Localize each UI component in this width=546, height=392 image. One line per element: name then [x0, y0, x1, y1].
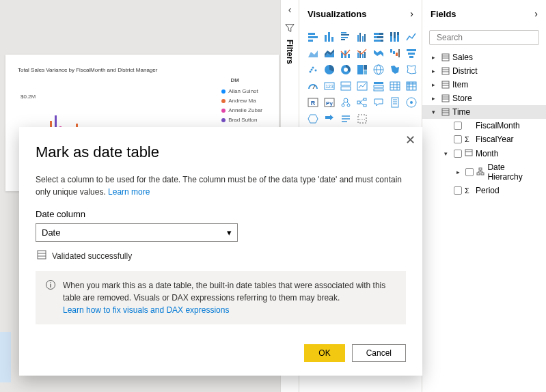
svg-rect-39: [409, 56, 413, 58]
field-label: Period: [476, 186, 500, 195]
svg-rect-6: [341, 32, 346, 33]
qna-icon[interactable]: [372, 96, 385, 109]
cancel-button[interactable]: Cancel: [352, 344, 406, 362]
clustered-bar-icon[interactable]: [339, 30, 353, 44]
legend-item: Andrew Ma: [221, 96, 262, 106]
svg-rect-110: [442, 95, 449, 102]
python-visual-icon[interactable]: Py: [323, 96, 336, 109]
field-table-sales[interactable]: ▸Sales: [422, 51, 546, 64]
field-table-store[interactable]: ▸Store: [422, 92, 546, 105]
decomposition-tree-icon[interactable]: [355, 96, 369, 109]
search-input[interactable]: [437, 33, 539, 42]
field-period[interactable]: ΣPeriod: [422, 184, 546, 197]
power-automate-icon[interactable]: [323, 112, 336, 126]
close-button[interactable]: ✕: [405, 132, 415, 148]
field-table-item[interactable]: ▸Item: [422, 78, 546, 92]
search-box[interactable]: [429, 30, 539, 45]
kpi-icon[interactable]: [355, 79, 369, 93]
chevron-right-icon: ▸: [432, 54, 439, 61]
scatter-icon[interactable]: [306, 63, 320, 76]
svg-point-129: [50, 282, 51, 283]
donut-icon[interactable]: [339, 63, 353, 76]
card-icon[interactable]: 123: [323, 79, 336, 93]
stacked-bar-icon[interactable]: [306, 30, 320, 44]
slicer-icon[interactable]: [372, 79, 385, 93]
checkbox[interactable]: [454, 150, 462, 158]
custom-visual-icon[interactable]: ⋯: [355, 112, 369, 126]
checkbox[interactable]: [454, 122, 462, 130]
info-link[interactable]: Learn how to fix visuals and DAX express…: [63, 305, 229, 315]
viz-panel-header: Visualizations ›: [299, 0, 422, 27]
svg-line-82: [347, 102, 349, 104]
info-icon: [45, 279, 56, 316]
power-apps-icon[interactable]: [306, 112, 320, 126]
svg-rect-32: [364, 52, 366, 58]
svg-rect-118: [479, 168, 482, 170]
arcgis-icon[interactable]: [405, 96, 418, 109]
map-icon[interactable]: [372, 63, 385, 76]
table-icon[interactable]: [388, 79, 402, 93]
svg-rect-28: [348, 54, 350, 58]
gauge-icon[interactable]: [306, 79, 320, 93]
selection-stripe: [0, 332, 11, 382]
line-stacked-column-icon[interactable]: [339, 46, 353, 60]
svg-rect-12: [362, 36, 364, 42]
table-icon: [441, 94, 450, 102]
filled-map-icon[interactable]: [388, 63, 402, 76]
stacked-column-100-icon[interactable]: [388, 30, 402, 44]
key-influencers-icon[interactable]: [339, 96, 353, 109]
date-column-dropdown[interactable]: Date ▾: [36, 223, 238, 242]
expand-filters-icon[interactable]: ‹: [281, 0, 299, 19]
checkbox[interactable]: [454, 186, 462, 195]
line-clustered-column-icon[interactable]: [355, 46, 369, 60]
stacked-bar-100-icon[interactable]: [372, 30, 385, 44]
checkbox[interactable]: [465, 168, 474, 176]
svg-rect-60: [374, 85, 383, 87]
clustered-column-icon[interactable]: [355, 30, 369, 44]
pie-icon[interactable]: [323, 63, 336, 76]
field-fiscalmonth[interactable]: FiscalMonth: [422, 119, 546, 132]
treemap-icon[interactable]: [355, 63, 369, 76]
svg-rect-113: [442, 109, 449, 115]
shape-map-icon[interactable]: [405, 63, 418, 76]
stacked-area-icon[interactable]: [323, 46, 336, 60]
r-visual-icon[interactable]: R: [306, 96, 320, 109]
svg-text:123: 123: [325, 84, 333, 89]
collapse-fields-icon[interactable]: ›: [534, 8, 538, 19]
ribbon-chart-icon[interactable]: [372, 46, 385, 60]
svg-rect-59: [374, 82, 383, 84]
svg-rect-84: [364, 98, 366, 100]
area-chart-icon[interactable]: [306, 46, 320, 60]
collapse-viz-icon[interactable]: ›: [410, 8, 413, 19]
svg-rect-49: [364, 70, 367, 74]
learn-more-link[interactable]: Learn more: [108, 187, 150, 197]
matrix-icon[interactable]: [405, 79, 418, 93]
multi-row-card-icon[interactable]: [339, 79, 353, 93]
chevron-down-icon: ▾: [444, 150, 451, 157]
field-month[interactable]: ▾Month: [422, 146, 546, 160]
field-date-hierarchy[interactable]: ▸Date Hierarchy: [422, 160, 546, 184]
svg-line-81: [343, 102, 344, 104]
ok-button[interactable]: OK: [304, 344, 344, 362]
field-table-time[interactable]: ▾Time: [422, 105, 546, 119]
line-chart-icon[interactable]: [405, 30, 418, 44]
smart-narrative-icon[interactable]: [339, 112, 353, 126]
funnel-icon[interactable]: [405, 46, 418, 60]
field-table-district[interactable]: ▸District: [422, 64, 546, 78]
svg-rect-2: [308, 40, 313, 42]
svg-point-41: [312, 67, 314, 69]
svg-rect-107: [442, 81, 449, 88]
checkbox[interactable]: [454, 135, 462, 143]
field-label: FiscalYear: [476, 135, 514, 144]
svg-line-53: [313, 85, 315, 89]
svg-rect-85: [364, 104, 366, 107]
paginated-report-icon[interactable]: [388, 96, 402, 109]
chevron-right-icon: ▸: [456, 169, 463, 176]
stacked-column-icon[interactable]: [323, 30, 336, 44]
svg-point-40: [310, 71, 312, 73]
field-fiscalyear[interactable]: ΣFiscalYear: [422, 132, 546, 146]
svg-point-79: [342, 104, 344, 107]
svg-rect-9: [341, 39, 345, 40]
report-title: Total Sales Variance by FiscalMonth and …: [18, 67, 267, 73]
waterfall-icon[interactable]: [388, 46, 402, 60]
